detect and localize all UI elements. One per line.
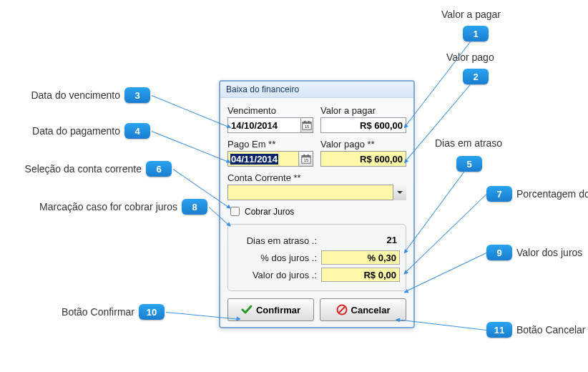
callout-6: Seleção da conta corrente 6	[21, 161, 172, 177]
dias-atraso-value: 21	[321, 233, 400, 248]
svg-text:15: 15	[303, 157, 308, 162]
callout-1: Valor a pagar	[441, 9, 501, 20]
dialog-title: Baixa do financeiro	[220, 82, 413, 98]
conta-corrente-label: Conta Corrente **	[227, 172, 406, 183]
callout-4: Data do pagamento 4	[21, 123, 150, 139]
pago-em-label: Pago Em **	[227, 139, 313, 150]
callout-3: Data do vencimento 3	[21, 87, 150, 103]
valor-juros-label: Valor do juros .:	[234, 270, 317, 280]
svg-rect-2	[304, 121, 305, 123]
svg-rect-8	[307, 155, 308, 157]
confirm-button[interactable]: Confirmar	[227, 298, 314, 321]
valor-pago-label: Valor pago **	[320, 139, 406, 150]
svg-line-11	[339, 307, 345, 313]
dias-atraso-label: Dias em atraso .:	[234, 235, 317, 246]
callout-9: 9 Valor dos juros	[486, 245, 582, 260]
juros-panel: Dias em atraso .: 21 % dos juros .: % 0,…	[227, 224, 406, 291]
pago-em-input[interactable]: 04/11/2014	[227, 151, 299, 167]
svg-rect-7	[303, 155, 305, 157]
vencimento-label: Vencimento	[227, 105, 313, 116]
cobrar-juros-checkbox[interactable]	[230, 207, 240, 216]
pct-juros-label: % dos juros .:	[234, 253, 317, 263]
baixa-financeiro-dialog: Baixa do financeiro Vencimento 15 Valor …	[219, 80, 415, 328]
calendar-icon[interactable]: 15	[299, 151, 313, 167]
svg-rect-3	[308, 121, 310, 123]
valor-pagar-input[interactable]	[320, 117, 406, 133]
callout-bubble-2: 2	[463, 69, 489, 84]
check-icon	[241, 304, 253, 315]
pct-juros-value[interactable]: % 0,30	[321, 250, 400, 265]
cancel-icon	[336, 304, 348, 315]
valor-pago-input[interactable]	[320, 151, 406, 167]
callout-11: 11 Botão Cancelar	[486, 322, 586, 338]
cobrar-juros-label: Cobrar Juros	[245, 207, 294, 217]
valor-juros-value[interactable]: R$ 0,00	[321, 268, 400, 282]
callout-2: Valor pago	[446, 52, 494, 63]
callout-bubble-1: 1	[463, 26, 489, 41]
callout-bubble-5: 5	[456, 156, 482, 172]
chevron-down-icon[interactable]	[393, 185, 406, 200]
calendar-icon[interactable]: 15	[301, 117, 313, 133]
callout-5: Dias em atraso	[435, 137, 502, 149]
valor-pagar-label: Valor a pagar	[320, 105, 406, 116]
callout-8: Marcação caso for cobrar juros 8	[0, 199, 207, 215]
callout-7: 7 Porcentagem dos juros	[486, 186, 588, 202]
svg-text:15: 15	[305, 124, 310, 129]
vencimento-input[interactable]	[227, 117, 301, 133]
cancel-button[interactable]: Cancelar	[320, 298, 406, 321]
callout-10: Botão Confirmar 10	[43, 304, 165, 320]
conta-corrente-select[interactable]	[227, 185, 406, 200]
